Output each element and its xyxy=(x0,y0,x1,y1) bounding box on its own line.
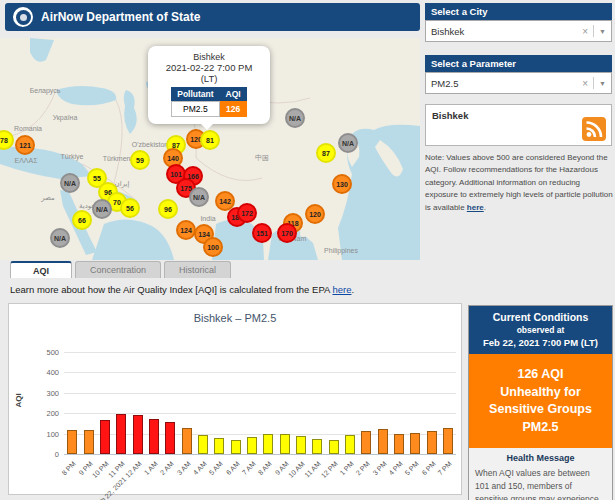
popup-city: Bishkek xyxy=(152,52,266,62)
chart-bar[interactable] xyxy=(329,440,339,454)
feed-city-label: Bishkek xyxy=(432,110,468,121)
city-select-value: Bishkek xyxy=(431,26,582,37)
rss-icon[interactable] xyxy=(582,117,606,141)
chart-bar[interactable] xyxy=(198,435,208,454)
popup-aqi-value: 126 xyxy=(220,102,247,117)
aqi-map-marker[interactable]: 130 xyxy=(332,174,352,194)
chart-bar[interactable] xyxy=(133,415,143,454)
map-place-label: ΕΛΛΑΣ xyxy=(14,157,37,164)
aqi-map-marker[interactable]: N/A xyxy=(92,199,112,219)
popup-datetime: 2021-02-22 7:00 PM xyxy=(152,62,266,73)
chart-bar[interactable] xyxy=(214,438,224,454)
chart-bar[interactable] xyxy=(165,422,175,454)
tab-historical[interactable]: Historical xyxy=(164,261,231,278)
view-tabs: AQIConcentrationHistorical xyxy=(10,261,231,278)
chart-bar[interactable] xyxy=(231,440,241,454)
health-message: Health Message When AQI values are betwe… xyxy=(469,448,612,500)
clear-parameter-icon[interactable]: × xyxy=(582,78,588,89)
aqi-world-map[interactable]: БеларусьУкраїнаRomaniaTürkiyeΕΛΛΑΣO'zbek… xyxy=(0,38,420,260)
aqi-map-marker[interactable]: N/A xyxy=(285,108,305,128)
conditions-aqi-category: Unhealthy for Sensitive Groups xyxy=(473,384,608,419)
conditions-aqi-block: 126 AQI Unhealthy for Sensitive Groups P… xyxy=(469,354,612,448)
app-title: AirNow Department of State xyxy=(41,10,200,24)
map-place-label: مصر xyxy=(41,194,55,202)
popup-pollutant-value: PM2.5 xyxy=(171,102,219,117)
chart-bar[interactable] xyxy=(427,431,437,454)
aqi-map-marker[interactable]: N/A xyxy=(50,228,70,248)
chart-bar[interactable] xyxy=(182,428,192,454)
chart-bar[interactable] xyxy=(67,430,77,454)
chart-bar[interactable] xyxy=(280,434,290,454)
chart-bar[interactable] xyxy=(378,429,388,454)
map-place-label: Romania xyxy=(14,125,42,132)
chart-bar[interactable] xyxy=(394,434,404,454)
learn-more-text: Learn more about how the Air Quality Ind… xyxy=(10,284,354,295)
popup-pollutant-header: Pollutant xyxy=(171,87,219,102)
chart-bar[interactable] xyxy=(345,435,355,454)
aqi-map-marker[interactable]: 120 xyxy=(305,204,325,224)
aqi-map-marker[interactable]: 56 xyxy=(120,198,140,218)
chart-ytick-label: 0 xyxy=(29,450,59,459)
map-place-label: Philippines xyxy=(324,247,358,254)
select-city-header: Select a City xyxy=(425,3,612,20)
aqi-map-marker[interactable]: 170 xyxy=(277,223,297,243)
chevron-down-icon[interactable]: ▼ xyxy=(599,80,606,87)
popup-tail xyxy=(200,123,214,137)
city-select[interactable]: Bishkek × ▼ xyxy=(425,20,612,42)
current-conditions-panel: Current Conditions observed at Feb 22, 2… xyxy=(468,305,613,500)
aqi-map-marker[interactable]: 124 xyxy=(176,220,196,240)
dos-seal-icon xyxy=(13,7,33,27)
chart-bar[interactable] xyxy=(312,439,322,454)
chart-ytick-label: 500 xyxy=(29,348,59,357)
tab-aqi[interactable]: AQI xyxy=(10,261,72,278)
aqi-map-marker[interactable]: 87 xyxy=(316,143,336,163)
chevron-down-icon[interactable]: ▼ xyxy=(599,28,606,35)
health-message-title: Health Message xyxy=(475,453,606,463)
conditions-title: Current Conditions xyxy=(472,311,609,323)
conditions-aqi-value: 126 AQI xyxy=(473,366,608,384)
aqi-map-marker[interactable]: 172 xyxy=(237,203,257,223)
aqi-map-marker[interactable]: N/A xyxy=(189,187,209,207)
chart-gridline xyxy=(64,454,456,455)
conditions-header: Current Conditions observed at Feb 22, 2… xyxy=(469,306,612,354)
aqi-map-marker[interactable]: 66 xyxy=(72,210,92,230)
chart-bar[interactable] xyxy=(116,414,126,454)
airnow-dos-page: AirNow Department of State Select a City… xyxy=(0,0,615,500)
select-divider xyxy=(593,77,594,89)
chart-ytick-label: 100 xyxy=(29,430,59,439)
chart-xtick-label: 8 PM xyxy=(9,460,78,500)
select-parameter-header: Select a Parameter xyxy=(425,55,612,72)
aqi-map-marker[interactable]: N/A xyxy=(338,133,358,153)
tab-concentration[interactable]: Concentration xyxy=(75,261,161,278)
parameter-select[interactable]: PM2.5 × ▼ xyxy=(425,72,612,94)
aqi-map-marker[interactable]: 59 xyxy=(130,150,150,170)
map-place-label: Türkiye xyxy=(61,153,84,160)
conditions-timestamp: Feb 22, 2021 7:00 PM (LT) xyxy=(472,337,609,348)
chart-bar[interactable] xyxy=(263,434,273,454)
clear-city-icon[interactable]: × xyxy=(582,26,588,37)
aqi-map-marker[interactable]: 96 xyxy=(158,199,178,219)
chart-ytick-label: 200 xyxy=(29,409,59,418)
learn-more-here-link[interactable]: here xyxy=(332,284,351,295)
chart-gridline xyxy=(64,352,456,353)
note-here-link[interactable]: here xyxy=(467,203,484,212)
chart-bar[interactable] xyxy=(410,433,420,454)
popup-table: Pollutant AQI PM2.5 126 xyxy=(171,87,248,117)
chart-bar[interactable] xyxy=(247,437,257,454)
map-place-label: India xyxy=(200,215,215,222)
aqi-map-marker[interactable]: N/A xyxy=(60,173,80,193)
chart-title: Bishkek – PM2.5 xyxy=(9,312,461,324)
select-divider xyxy=(593,25,594,37)
chart-bar[interactable] xyxy=(100,420,110,454)
chart-bar[interactable] xyxy=(296,436,306,454)
map-popup: Bishkek 2021-02-22 7:00 PM (LT) Pollutan… xyxy=(148,46,270,124)
chart-bar[interactable] xyxy=(361,431,371,454)
chart-bar[interactable] xyxy=(149,419,159,454)
chart-bar[interactable] xyxy=(443,428,453,454)
parameter-select-value: PM2.5 xyxy=(431,78,582,89)
aqi-map-marker[interactable]: 100 xyxy=(203,237,223,257)
chart-ytick-label: 300 xyxy=(29,389,59,398)
aqi-map-marker[interactable]: 121 xyxy=(15,135,35,155)
aqi-map-marker[interactable]: 151 xyxy=(252,223,272,243)
chart-bar[interactable] xyxy=(84,430,94,454)
